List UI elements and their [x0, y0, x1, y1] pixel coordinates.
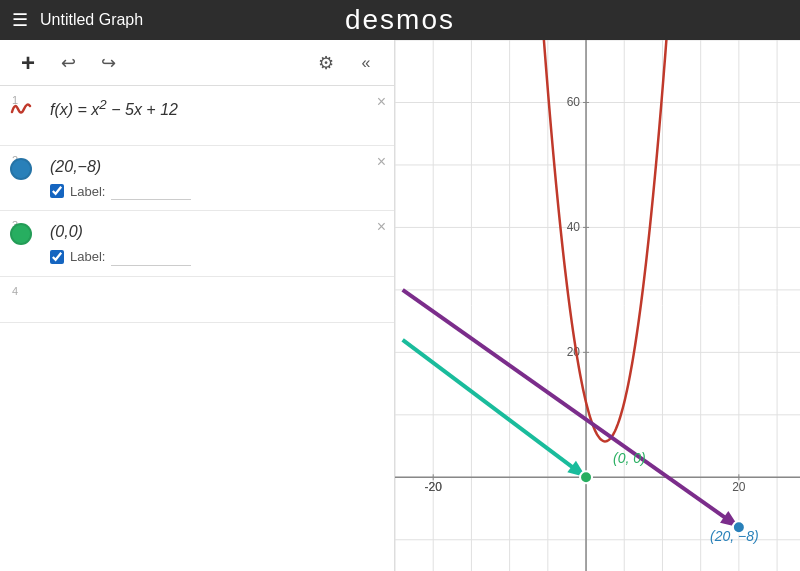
- expression-item-4[interactable]: 4: [0, 277, 394, 323]
- expression-item-1: 1 f(x) = x2 − 5x + 12 ×: [0, 86, 394, 146]
- label-text-3: Label:: [70, 249, 105, 264]
- toolbar: + ↩ ↪ ⚙ «: [0, 40, 394, 86]
- expression-item-2: 2 (20,−8) Label: ×: [0, 146, 394, 211]
- expression-panel: + ↩ ↪ ⚙ « 1 f(x) = x2 − 5x + 12: [0, 40, 395, 571]
- point-color-2[interactable]: [10, 158, 32, 180]
- label-checkbox-3[interactable]: [50, 250, 64, 264]
- desmos-logo: desmos: [345, 4, 455, 36]
- expression-list: 1 f(x) = x2 − 5x + 12 × 2: [0, 86, 394, 571]
- graph-label-origin: (0, 0): [613, 450, 646, 466]
- expr-content-3: (0,0) Label:: [50, 221, 382, 265]
- expr-close-1[interactable]: ×: [377, 94, 386, 110]
- label-checkbox-2[interactable]: [50, 184, 64, 198]
- expr-label-row-3: Label:: [50, 248, 358, 266]
- expr-coords-2[interactable]: (20,−8): [50, 156, 358, 178]
- expr-icon-1: [10, 98, 32, 120]
- graph-label-point20: (20, −8): [710, 528, 759, 544]
- expr-coords-3[interactable]: (0,0): [50, 221, 358, 243]
- undo-button[interactable]: ↩: [52, 47, 84, 79]
- graph-canvas[interactable]: [395, 40, 800, 571]
- hamburger-icon[interactable]: ☰: [12, 9, 28, 31]
- label-text-2: Label:: [70, 184, 105, 199]
- expr-label-row-2: Label:: [50, 182, 358, 200]
- point-color-3[interactable]: [10, 223, 32, 245]
- topbar: ☰ Untitled Graph desmos: [0, 0, 800, 40]
- collapse-button[interactable]: «: [350, 47, 382, 79]
- graph-title: Untitled Graph: [40, 11, 143, 29]
- expression-item-3: 3 (0,0) Label: ×: [0, 211, 394, 276]
- graph-area[interactable]: (0, 0) (20, −8): [395, 40, 800, 571]
- settings-button[interactable]: ⚙: [310, 47, 342, 79]
- expr-icon-2[interactable]: [10, 158, 32, 180]
- expr-formula-1[interactable]: f(x) = x2 − 5x + 12: [50, 96, 358, 122]
- expr-close-3[interactable]: ×: [377, 219, 386, 235]
- label-input-2[interactable]: [111, 182, 191, 200]
- expr-number-4: 4: [0, 285, 18, 297]
- label-input-3[interactable]: [111, 248, 191, 266]
- main-layout: + ↩ ↪ ⚙ « 1 f(x) = x2 − 5x + 12: [0, 40, 800, 571]
- expr-icon-3[interactable]: [10, 223, 32, 245]
- redo-button[interactable]: ↪: [92, 47, 124, 79]
- expr-close-2[interactable]: ×: [377, 154, 386, 170]
- expr-content-1[interactable]: f(x) = x2 − 5x + 12: [50, 96, 382, 122]
- expr-content-2: (20,−8) Label:: [50, 156, 382, 200]
- add-expression-button[interactable]: +: [12, 47, 44, 79]
